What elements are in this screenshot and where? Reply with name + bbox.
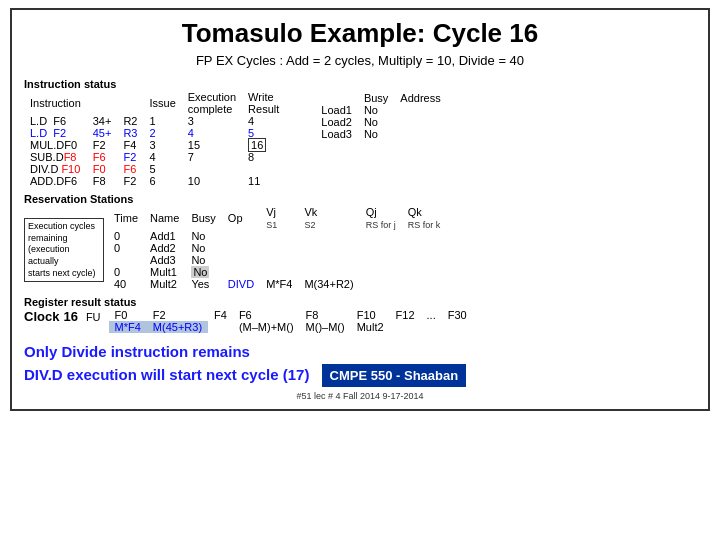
reservation-stations-section: Reservation Stations Execution cycles re… [24,193,696,290]
register-result-label: Register result status [24,296,696,308]
col-write: WriteResult [242,91,285,115]
table-row: Add3 No [108,254,446,266]
page-title: Tomasulo Example: Cycle 16 [24,18,696,49]
page-subtitle: FP EX Cycles : Add = 2 cycles, Multiply … [24,53,696,68]
table-row: MUL.DF0 F2 F4 3 15 16 [24,139,285,151]
table-row: Load3 No [315,128,446,140]
load-table: Busy Address Load1 No Load2 [315,92,446,140]
cmpe-badge: CMPE 550 - Shaaban [322,364,467,388]
bottom-text: Only Divide instruction remains DIV.D ex… [24,341,696,387]
col-k [117,91,143,115]
instruction-status-label: Instruction status [24,78,285,90]
bottom-line2: DIV.D execution will start next cycle (1… [24,364,696,388]
table-row: SUB.DF8 F6 F2 4 7 8 [24,151,285,163]
col-issue: Issue [143,91,181,115]
main-container: Tomasulo Example: Cycle 16 FP EX Cycles … [10,8,710,411]
table-row: ADD.DF6 F8 F2 6 10 11 [24,175,285,187]
table-row: M*F4 M(45+R3) (M–M)+M() M()–M() Mult2 [109,321,473,333]
table-row: L.D F6 34+ R2 1 3 4 [24,115,285,127]
reservation-stations-table: Time Name Busy Op VjS1 VkS2 QjRS for j Q… [108,206,446,290]
table-row: 0 Add2 No [108,242,446,254]
table-row: DIV.D F10 F0 F6 5 [24,163,285,175]
instruction-status-table: Instruction Issue Executioncomplete Writ… [24,91,285,187]
table-row: 0 Add1 No [108,230,446,242]
col-j [87,91,118,115]
clock-value: 16 [63,309,77,324]
register-result-table: F0 F2 F4 F6 F8 F10 F12 ... F30 [109,309,473,333]
table-row: L.D F2 45+ R3 2 4 5 [24,127,285,139]
execution-note: Execution cycles remaining (execution ac… [24,218,104,282]
table-row: 40 Mult2 Yes DIVD M*F4 M(34+R2) [108,278,446,290]
fu-label: FU [86,311,101,323]
register-result-section: Register result status Clock 16 FU F0 F2… [24,296,696,333]
col-exec: Executioncomplete [182,91,242,115]
table-row: Load2 No [315,116,446,128]
table-row: 0 Mult1 No [108,266,446,278]
table-row: Load1 No [315,104,446,116]
clock-label: Clock [24,309,59,324]
col-instruction: Instruction [24,91,87,115]
instruction-status-section: Instruction status Instruction Issue Exe… [24,78,696,187]
footer: #51 lec # 4 Fall 2014 9-17-2014 [24,391,696,401]
reservation-stations-label: Reservation Stations [24,193,696,205]
bottom-line1: Only Divide instruction remains [24,341,696,364]
